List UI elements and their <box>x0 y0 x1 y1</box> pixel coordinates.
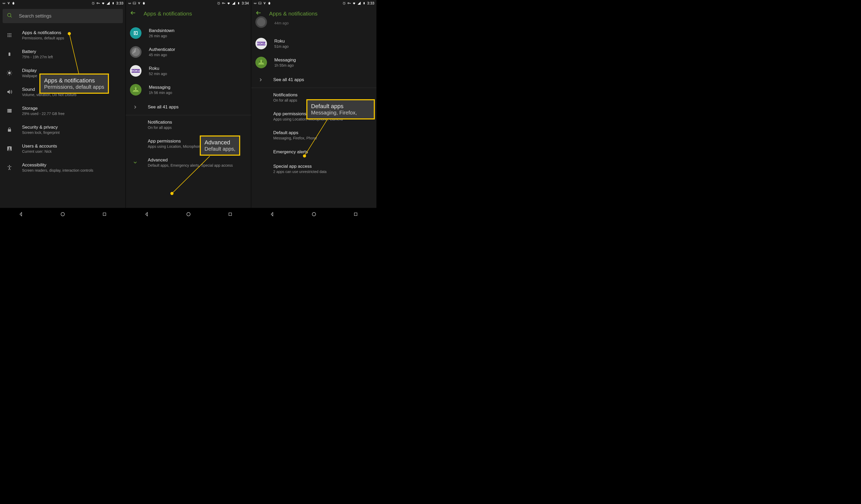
callout-line <box>0 0 125 220</box>
callout-dot <box>68 32 71 35</box>
callout-title: Advanced <box>204 139 235 146</box>
svg-line-63 <box>304 120 327 156</box>
callout-dot <box>303 154 306 158</box>
svg-line-48 <box>172 156 210 193</box>
callout-dot <box>170 192 174 195</box>
svg-line-31 <box>69 33 79 73</box>
callout-apps-notifications: Apps & notifications Permissions, defaul… <box>39 73 109 94</box>
callout-default-apps: Default apps Messaging, Firefox, <box>306 99 375 120</box>
screen-apps-notifications: V 3:34 Apps & notifications Bandsintown … <box>125 0 251 220</box>
callout-sub: Permissions, default apps <box>44 84 104 90</box>
screen-settings-main: V 3:33 Search settings Apps & notificati… <box>0 0 125 220</box>
callout-sub: Messaging, Firefox, <box>311 110 370 116</box>
callout-advanced: Advanced Default apps, <box>200 135 240 156</box>
callout-line <box>126 0 251 220</box>
callout-title: Default apps <box>311 103 370 110</box>
callout-sub: Default apps, <box>204 146 235 152</box>
callout-title: Apps & notifications <box>44 77 104 84</box>
screen-apps-notifications-expanded: V 3:33 Apps & notifications 44m ago ROKU <box>251 0 377 220</box>
